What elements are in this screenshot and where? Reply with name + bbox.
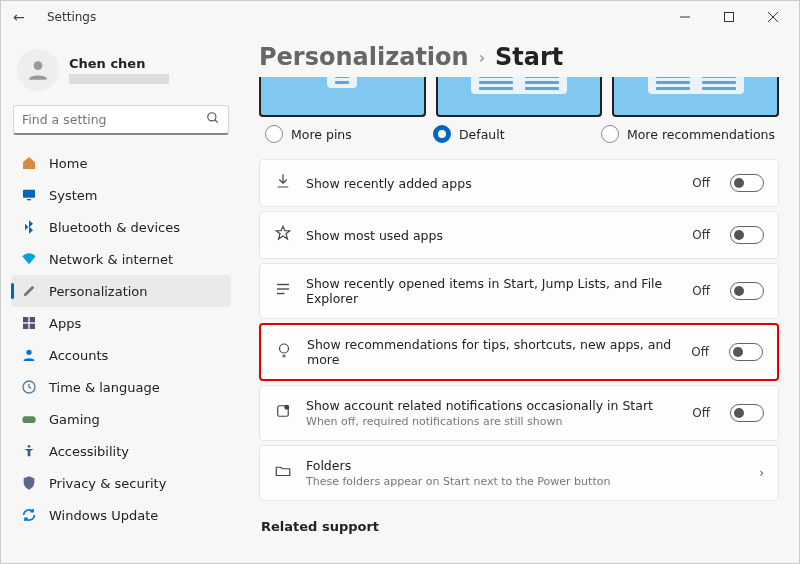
wifi-icon bbox=[21, 251, 37, 267]
svg-rect-9 bbox=[23, 317, 28, 322]
nav-privacy[interactable]: Privacy & security bbox=[11, 467, 231, 499]
row-recent-items[interactable]: Show recently opened items in Start, Jum… bbox=[259, 263, 779, 319]
breadcrumb: Personalization › Start bbox=[259, 33, 779, 77]
preview-default[interactable] bbox=[436, 77, 603, 117]
radio-default[interactable]: Default bbox=[433, 125, 601, 143]
row-label: Show recommendations for tips, shortcuts… bbox=[307, 337, 677, 367]
nav-home[interactable]: Home bbox=[11, 147, 231, 179]
row-label: Show account related notifications occas… bbox=[306, 398, 678, 428]
nav-label: Network & internet bbox=[49, 252, 173, 267]
nav-label: Gaming bbox=[49, 412, 100, 427]
toggle-switch[interactable] bbox=[730, 226, 764, 244]
nav-bluetooth[interactable]: Bluetooth & devices bbox=[11, 211, 231, 243]
titlebar: ← Settings bbox=[1, 1, 799, 33]
accessibility-icon bbox=[21, 443, 37, 459]
nav-label: Accessibility bbox=[49, 444, 129, 459]
back-icon[interactable]: ← bbox=[13, 9, 33, 25]
row-label: Folders These folders appear on Start ne… bbox=[306, 458, 741, 488]
minimize-button[interactable] bbox=[663, 1, 707, 33]
related-support-heading: Related support bbox=[261, 519, 779, 534]
nav-label: Personalization bbox=[49, 284, 148, 299]
close-button[interactable] bbox=[751, 1, 795, 33]
preview-more-recommendations[interactable] bbox=[612, 77, 779, 117]
row-most-used[interactable]: Show most used apps Off bbox=[259, 211, 779, 259]
nav-gaming[interactable]: Gaming bbox=[11, 403, 231, 435]
row-label: Show most used apps bbox=[306, 228, 678, 243]
toggle-state: Off bbox=[692, 228, 710, 242]
nav-label: Bluetooth & devices bbox=[49, 220, 180, 235]
row-folders[interactable]: Folders These folders appear on Start ne… bbox=[259, 445, 779, 501]
nav-network[interactable]: Network & internet bbox=[11, 243, 231, 275]
svg-point-16 bbox=[28, 445, 31, 448]
search-box[interactable] bbox=[13, 105, 229, 135]
accounts-icon bbox=[21, 347, 37, 363]
search-icon bbox=[206, 110, 220, 129]
chevron-right-icon: › bbox=[759, 466, 764, 480]
row-recent-apps[interactable]: Show recently added apps Off bbox=[259, 159, 779, 207]
layout-previews bbox=[259, 77, 779, 117]
nav-apps[interactable]: Apps bbox=[11, 307, 231, 339]
toggle-switch[interactable] bbox=[729, 343, 763, 361]
toggle-switch[interactable] bbox=[730, 404, 764, 422]
row-sublabel: When off, required notifications are sti… bbox=[306, 415, 678, 428]
user-block[interactable]: Chen chen bbox=[11, 43, 231, 105]
radio-icon bbox=[265, 125, 283, 143]
radio-label: More pins bbox=[291, 127, 352, 142]
user-name: Chen chen bbox=[69, 56, 169, 72]
nav-system[interactable]: System bbox=[11, 179, 231, 211]
nav-time[interactable]: Time & language bbox=[11, 371, 231, 403]
user-email-redacted bbox=[69, 74, 169, 84]
preview-more-pins[interactable] bbox=[259, 77, 426, 117]
svg-point-4 bbox=[34, 61, 43, 70]
row-account-notifications[interactable]: Show account related notifications occas… bbox=[259, 385, 779, 441]
nav-personalization[interactable]: Personalization bbox=[11, 275, 231, 307]
list-icon bbox=[274, 280, 292, 302]
toggle-switch[interactable] bbox=[730, 282, 764, 300]
nav-accounts[interactable]: Accounts bbox=[11, 339, 231, 371]
toggle-state: Off bbox=[692, 284, 710, 298]
layout-radios: More pins Default More recommendations bbox=[259, 125, 779, 143]
svg-rect-11 bbox=[23, 324, 28, 329]
radio-more-pins[interactable]: More pins bbox=[259, 125, 433, 143]
star-icon bbox=[274, 224, 292, 246]
apps-icon bbox=[21, 315, 37, 331]
avatar bbox=[17, 49, 59, 91]
download-icon bbox=[274, 172, 292, 194]
main-content: Personalization › Start More pins Defaul… bbox=[241, 33, 799, 564]
breadcrumb-parent[interactable]: Personalization bbox=[259, 43, 469, 71]
update-icon bbox=[21, 507, 37, 523]
nav-accessibility[interactable]: Accessibility bbox=[11, 435, 231, 467]
svg-rect-8 bbox=[27, 199, 31, 200]
window-title: Settings bbox=[47, 10, 96, 24]
svg-line-6 bbox=[215, 120, 218, 123]
brush-icon bbox=[21, 283, 37, 299]
radio-label: More recommendations bbox=[627, 127, 775, 142]
toggle-switch[interactable] bbox=[730, 174, 764, 192]
chevron-right-icon: › bbox=[479, 48, 485, 67]
bluetooth-icon bbox=[21, 219, 37, 235]
svg-point-22 bbox=[285, 405, 289, 409]
search-input[interactable] bbox=[22, 112, 206, 127]
radio-icon bbox=[433, 125, 451, 143]
svg-point-20 bbox=[280, 344, 289, 353]
radio-more-recommendations[interactable]: More recommendations bbox=[601, 125, 779, 143]
bulb-icon bbox=[275, 341, 293, 363]
gaming-icon bbox=[21, 411, 37, 427]
toggle-state: Off bbox=[692, 406, 710, 420]
svg-rect-10 bbox=[30, 317, 35, 322]
row-label: Show recently opened items in Start, Jum… bbox=[306, 276, 678, 306]
nav-label: Apps bbox=[49, 316, 81, 331]
nav-list: Home System Bluetooth & devices Network … bbox=[11, 147, 231, 531]
nav-label: Time & language bbox=[49, 380, 160, 395]
nav-label: Privacy & security bbox=[49, 476, 166, 491]
maximize-button[interactable] bbox=[707, 1, 751, 33]
folder-icon bbox=[274, 462, 292, 484]
radio-label: Default bbox=[459, 127, 505, 142]
nav-update[interactable]: Windows Update bbox=[11, 499, 231, 531]
row-recommendations[interactable]: Show recommendations for tips, shortcuts… bbox=[259, 323, 779, 381]
notification-icon bbox=[274, 402, 292, 424]
svg-point-5 bbox=[208, 113, 216, 121]
svg-rect-7 bbox=[23, 190, 35, 198]
row-sublabel: These folders appear on Start next to th… bbox=[306, 475, 741, 488]
row-label: Show recently added apps bbox=[306, 176, 678, 191]
